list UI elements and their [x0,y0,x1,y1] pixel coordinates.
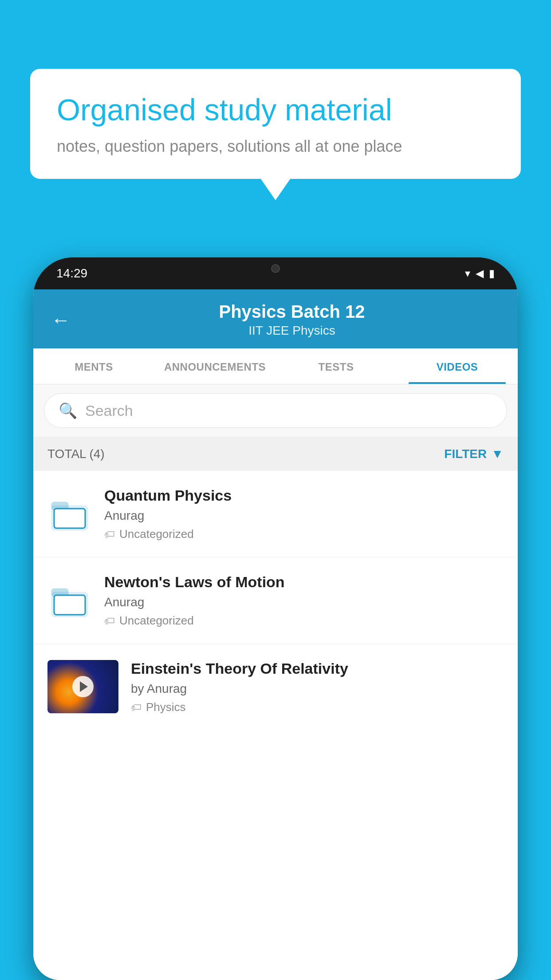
folder-svg [50,496,90,532]
battery-icon: ▮ [489,267,495,280]
app-screen: ← Physics Batch 12 IIT JEE Physics MENTS… [33,289,518,980]
svg-rect-5 [54,595,85,615]
filter-label: FILTER [444,447,487,461]
search-bar-wrapper: 🔍 Search [33,384,518,437]
video-title: Quantum Physics [104,487,504,504]
video-title: Einstein's Theory Of Relativity [131,660,504,677]
batch-title: Physics Batch 12 [84,302,500,322]
header-title-group: Physics Batch 12 IIT JEE Physics [84,302,500,338]
tabs-bar: MENTS ANNOUNCEMENTS TESTS VIDEOS [33,348,518,384]
list-item[interactable]: Quantum Physics Anurag 🏷 Uncategorized [33,471,518,557]
video-thumbnail [47,660,118,713]
video-author: by Anurag [131,682,504,696]
video-info: Newton's Laws of Motion Anurag 🏷 Uncateg… [104,573,504,628]
video-author: Anurag [104,595,504,609]
video-title: Newton's Laws of Motion [104,573,504,591]
folder-svg [50,583,90,618]
search-input[interactable]: Search [85,402,133,419]
list-item[interactable]: Newton's Laws of Motion Anurag 🏷 Uncateg… [33,557,518,644]
back-button[interactable]: ← [51,309,71,331]
video-tag: 🏷 Uncategorized [104,527,504,541]
search-icon: 🔍 [59,402,77,419]
total-count: TOTAL (4) [47,447,105,461]
video-tag: 🏷 Physics [131,700,504,714]
speech-bubble-container: Organised study material notes, question… [30,69,521,179]
video-list: Quantum Physics Anurag 🏷 Uncategorized [33,471,518,980]
tag-icon: 🏷 [104,528,115,541]
search-bar[interactable]: 🔍 Search [44,393,507,428]
tag-icon: 🏷 [131,701,142,714]
video-author: Anurag [104,509,504,523]
speech-bubble: Organised study material notes, question… [30,69,521,179]
app-header: ← Physics Batch 12 IIT JEE Physics [33,289,518,348]
tab-ments[interactable]: MENTS [33,348,154,384]
bubble-subtitle: notes, question papers, solutions all at… [57,137,494,156]
play-triangle-icon [80,681,88,692]
batch-subtitle: IIT JEE Physics [84,324,500,338]
signal-icon: ◀ [476,267,484,280]
phone-frame: 14:29 ▾ ◀ ▮ ← Physics Batch 12 IIT JEE P… [33,257,518,980]
tag-label: Uncategorized [119,527,194,541]
folder-icon [47,494,92,534]
filter-icon: ▼ [491,447,504,461]
tab-announcements[interactable]: ANNOUNCEMENTS [154,348,276,384]
bubble-title: Organised study material [57,92,494,128]
filter-button[interactable]: FILTER ▼ [444,447,504,461]
wifi-icon: ▾ [465,267,470,280]
clock: 14:29 [56,266,87,281]
video-tag: 🏷 Uncategorized [104,614,504,628]
play-button[interactable] [72,676,94,697]
video-info: Quantum Physics Anurag 🏷 Uncategorized [104,487,504,541]
tag-icon: 🏷 [104,615,115,627]
tab-videos[interactable]: VIDEOS [397,348,518,384]
tag-label: Physics [146,700,186,714]
svg-rect-2 [54,509,85,528]
tab-tests[interactable]: TESTS [276,348,397,384]
tag-label: Uncategorized [119,614,194,628]
phone-notch [249,257,302,280]
status-bar: 14:29 ▾ ◀ ▮ [33,257,518,289]
video-info: Einstein's Theory Of Relativity by Anura… [131,660,504,714]
camera [271,264,280,273]
list-item[interactable]: Einstein's Theory Of Relativity by Anura… [33,644,518,724]
folder-icon [47,581,92,620]
status-icons: ▾ ◀ ▮ [465,267,495,280]
filter-bar: TOTAL (4) FILTER ▼ [33,437,518,471]
